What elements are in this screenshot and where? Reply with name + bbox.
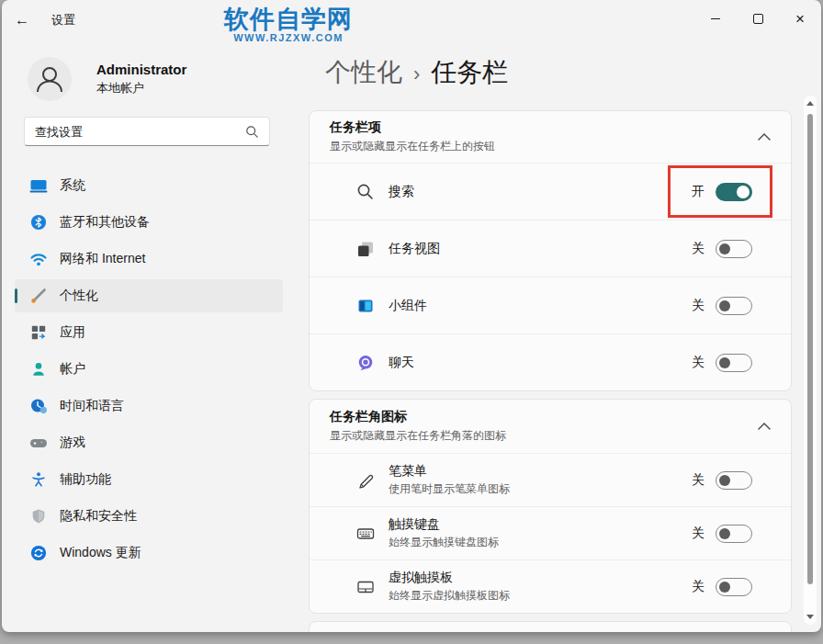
user-account[interactable]: Administrator 本地帐户 — [28, 57, 294, 101]
pen-icon — [355, 470, 376, 491]
sidebar-nav: 系统 蓝牙和其他设备 网络和 Internet 个性化 — [2, 169, 294, 570]
widgets-toggle[interactable] — [716, 297, 752, 315]
sidebar-item-windows-update[interactable]: Windows 更新 — [15, 537, 283, 570]
sidebar-item-label: 网络和 Internet — [60, 251, 145, 267]
setting-row-virtual-touchpad: 虚拟触摸板 始终显示虚拟触摸板图标 关 — [310, 559, 791, 613]
setting-description: 始终显示虚拟触摸板图标 — [389, 588, 510, 604]
privacy-shield-icon — [29, 507, 48, 525]
sidebar-item-privacy[interactable]: 隐私和安全性 — [15, 500, 283, 533]
setting-control: 关 — [692, 525, 752, 543]
search-toggle[interactable] — [716, 183, 752, 201]
touch-keyboard-toggle[interactable] — [716, 525, 752, 543]
chat-toggle[interactable] — [716, 354, 752, 372]
setting-control: 关 — [692, 578, 752, 596]
sidebar-item-label: 蓝牙和其他设备 — [60, 214, 150, 231]
accessibility-icon — [29, 470, 48, 489]
toggle-state-label: 关 — [692, 579, 705, 595]
breadcrumb-separator-icon: › — [413, 62, 420, 86]
setting-row-pen-menu: 笔菜单 使用笔时显示笔菜单图标 关 — [310, 453, 791, 506]
sidebar-item-network[interactable]: 网络和 Internet — [15, 243, 283, 276]
app-title: 设置 — [51, 12, 75, 28]
setting-label: 触摸键盘 — [389, 516, 499, 533]
virtual-touchpad-toggle[interactable] — [716, 578, 752, 596]
search-icon — [245, 125, 259, 139]
breadcrumb: 个性化 › 任务栏 — [307, 40, 794, 110]
section-taskbar-corner-icons: 任务栏角图标 显示或隐藏显示在任务栏角落的图标 笔菜单 使用笔时显示笔菜单图标 … — [309, 399, 792, 614]
toggle-state-label: 关 — [692, 355, 705, 371]
section-header-corner-icons[interactable]: 任务栏角图标 显示或隐藏显示在任务栏角落的图标 — [310, 400, 791, 453]
sidebar-item-personalization[interactable]: 个性化 — [15, 279, 283, 312]
sidebar-item-system[interactable]: 系统 — [15, 169, 283, 202]
virtual-touchpad-icon — [355, 577, 376, 597]
maximize-button[interactable] — [737, 0, 779, 37]
pen-menu-toggle[interactable] — [716, 471, 752, 490]
task-view-toggle[interactable] — [716, 240, 752, 258]
search-input[interactable] — [25, 125, 245, 139]
setting-label: 聊天 — [389, 355, 414, 371]
sidebar-item-label: 系统 — [60, 177, 85, 194]
accounts-person-icon — [29, 360, 48, 378]
setting-row-search: 搜索 开 — [310, 163, 791, 220]
page-title: 任务栏 — [431, 55, 508, 90]
sidebar-item-label: 时间和语言 — [60, 398, 124, 414]
setting-label: 任务视图 — [389, 241, 440, 257]
section-title: 任务栏角图标 — [330, 409, 506, 425]
scrollbar[interactable] — [804, 96, 817, 625]
setting-row-touch-keyboard: 触摸键盘 始终显示触摸键盘图标 关 — [310, 506, 791, 559]
close-icon: × — [795, 11, 805, 27]
avatar — [28, 57, 72, 101]
logo-title: 软件自学网 — [208, 5, 369, 34]
minimize-button[interactable] — [694, 0, 737, 37]
back-arrow-icon: ← — [15, 12, 29, 28]
sidebar-item-label: 个性化 — [60, 288, 98, 304]
sidebar-item-label: 应用 — [60, 324, 85, 341]
maximize-icon — [753, 14, 763, 24]
section-header-taskbar-items[interactable]: 任务栏项 显示或隐藏显示在任务栏上的按钮 — [310, 111, 791, 163]
close-button[interactable]: × — [779, 0, 821, 37]
toggle-knob — [719, 475, 730, 486]
setting-label: 搜索 — [389, 184, 414, 200]
sidebar: Administrator 本地帐户 系统 蓝牙和其他设备 — [2, 40, 294, 632]
scrollbar-thumb[interactable] — [807, 114, 813, 584]
settings-window: ← 设置 软件自学网 WWW.RJZXW.COM × Administrator… — [2, 0, 821, 632]
toggle-knob — [719, 528, 730, 539]
setting-row-chat: 聊天 关 — [310, 333, 791, 390]
section-title: 任务栏项 — [330, 119, 495, 136]
sidebar-item-time-language[interactable]: 时间和语言 — [15, 390, 283, 423]
setting-control: 关 — [692, 354, 752, 372]
sidebar-item-bluetooth[interactable]: 蓝牙和其他设备 — [15, 206, 283, 239]
setting-row-task-view: 任务视图 关 — [310, 220, 791, 277]
breadcrumb-parent[interactable]: 个性化 — [325, 55, 402, 90]
search-box — [24, 117, 270, 146]
section-header-text: 任务栏项 显示或隐藏显示在任务栏上的按钮 — [330, 119, 495, 154]
sidebar-item-label: Windows 更新 — [60, 545, 141, 561]
sidebar-item-accounts[interactable]: 帐户 — [15, 353, 283, 386]
toggle-knob — [719, 300, 730, 311]
sidebar-item-gaming[interactable]: 游戏 — [15, 426, 283, 459]
user-name: Administrator — [96, 62, 186, 77]
toggle-knob — [737, 186, 750, 198]
chevron-up-icon[interactable] — [758, 133, 771, 141]
chevron-up-icon[interactable] — [758, 423, 771, 430]
sidebar-item-label: 辅助功能 — [60, 471, 111, 488]
toggle-state-label: 关 — [692, 241, 705, 257]
sidebar-item-apps[interactable]: 应用 — [15, 316, 283, 349]
toggle-state-label: 开 — [692, 184, 705, 200]
setting-control: 关 — [692, 297, 752, 315]
sidebar-item-accessibility[interactable]: 辅助功能 — [15, 463, 283, 496]
apps-icon — [29, 323, 48, 342]
personalization-brush-icon — [29, 287, 48, 305]
back-button[interactable]: ← — [2, 2, 42, 39]
section-taskbar-overflow[interactable]: 任务栏隐藏的图标管理 — [309, 621, 792, 632]
wifi-icon — [29, 250, 48, 268]
scroll-down-icon[interactable] — [806, 615, 814, 619]
system-monitor-icon — [29, 176, 48, 195]
toggle-state-label: 关 — [692, 525, 705, 542]
touch-keyboard-icon — [355, 524, 376, 544]
minimize-icon — [711, 18, 720, 19]
scroll-up-icon[interactable] — [806, 101, 814, 106]
user-text: Administrator 本地帐户 — [96, 62, 186, 96]
window-controls: × — [694, 0, 821, 37]
time-language-icon — [29, 397, 48, 415]
widgets-icon — [355, 296, 376, 316]
